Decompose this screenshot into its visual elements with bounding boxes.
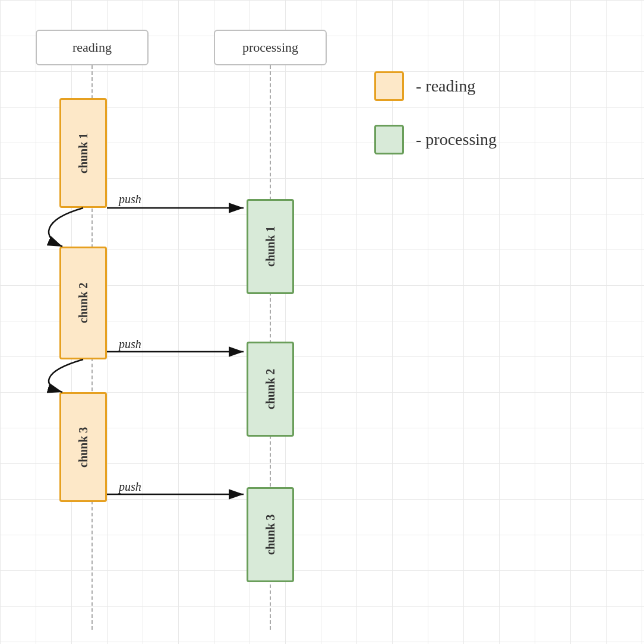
lane-header-processing: processing xyxy=(214,30,327,65)
chunk-processing-3: chunk 3 xyxy=(247,487,294,582)
diagram-area: reading processing chunk 1 chunk 2 chunk… xyxy=(0,0,644,644)
legend-reading-item: - reading xyxy=(374,71,497,101)
chunk-reading-3-label: chunk 3 xyxy=(77,427,90,467)
chunk-processing-2-label: chunk 2 xyxy=(264,369,277,409)
lane-header-reading: reading xyxy=(36,30,149,65)
push-label-3: push xyxy=(119,480,141,494)
chunk-reading-1: chunk 1 xyxy=(59,98,107,208)
chunk-processing-1-label: chunk 1 xyxy=(264,226,277,267)
legend-processing-box xyxy=(374,125,404,154)
chunk-reading-2: chunk 2 xyxy=(59,247,107,359)
chunk-reading-3: chunk 3 xyxy=(59,392,107,502)
legend-processing-item: - processing xyxy=(374,125,497,154)
legend-reading-box xyxy=(374,71,404,101)
legend-reading-label: - reading xyxy=(416,77,475,96)
chunk-processing-3-label: chunk 3 xyxy=(264,514,277,555)
lane-reading-label: reading xyxy=(72,40,112,55)
chunk-reading-2-label: chunk 2 xyxy=(77,283,90,323)
legend: - reading - processing xyxy=(374,71,497,178)
push-label-2: push xyxy=(119,337,141,351)
chunk-reading-1-label: chunk 1 xyxy=(77,132,90,173)
lane-processing-label: processing xyxy=(242,40,298,55)
legend-processing-label: - processing xyxy=(416,130,497,149)
chunk-processing-1: chunk 1 xyxy=(247,199,294,294)
push-label-1: push xyxy=(119,192,141,206)
chunk-processing-2: chunk 2 xyxy=(247,342,294,437)
